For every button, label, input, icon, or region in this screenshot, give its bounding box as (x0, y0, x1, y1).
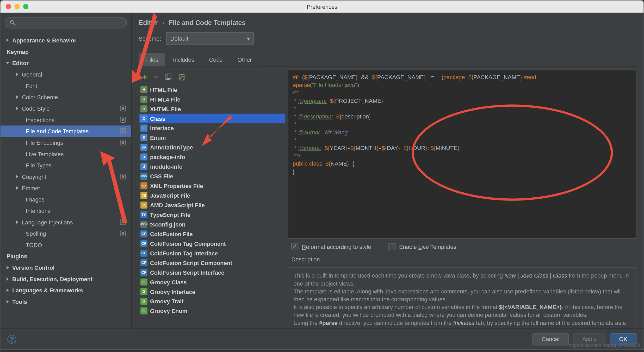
sidebar-item-intentions[interactable]: Intentions (1, 205, 131, 217)
template-javascript-file[interactable]: JSJavaScript File (139, 191, 285, 200)
tab-includes[interactable]: Includes (166, 53, 202, 67)
template-html-file[interactable]: HHTML File (139, 85, 285, 95)
file-type-icon: J (140, 153, 147, 160)
file-type-icon: G (140, 298, 147, 305)
search-icon (10, 20, 16, 26)
sidebar-item-label: Language Injections (22, 219, 73, 225)
svg-rect-3 (122, 107, 124, 110)
sidebar-item-label: Intentions (26, 208, 51, 214)
cancel-button[interactable]: Cancel (532, 333, 568, 345)
sidebar-item-tools[interactable]: Tools (1, 296, 131, 307)
template-class[interactable]: CClass (139, 114, 285, 123)
preferences-window: Preferences Appearance & BehaviorKeymapE… (0, 0, 644, 350)
template-module-info[interactable]: Jmodule-info (139, 162, 285, 171)
search-input[interactable] (18, 20, 122, 26)
template-label: Groovy Class (150, 279, 187, 285)
scheme-select[interactable]: Default ▾ (166, 32, 254, 45)
template-groovy-enum[interactable]: GGroovy Enum (139, 306, 285, 316)
template-label: JavaScript File (150, 192, 190, 199)
template-label: TypeScript File (150, 211, 190, 218)
enable-live-templates-checkbox[interactable]: Enable Live Templates (389, 243, 456, 250)
file-type-icon: H (140, 96, 147, 103)
sidebar-item-images[interactable]: Images (1, 194, 131, 205)
sidebar-item-file-types[interactable]: File Types (1, 160, 131, 171)
template-css-file[interactable]: CSSCSS File (139, 171, 285, 181)
template-editor[interactable]: #if (${PACKAGE_NAME} && ${PACKAGE_NAME} … (288, 70, 636, 239)
template-label: ColdFusion File (150, 231, 193, 237)
template-typescript-file[interactable]: TSTypeScript File (139, 210, 285, 219)
sidebar-item-label: File and Code Templates (26, 128, 89, 134)
sidebar-item-emmet[interactable]: Emmet (1, 182, 131, 194)
template-coldfusion-file[interactable]: CFColdFusion File (139, 229, 285, 239)
sidebar-item-inspections[interactable]: Inspections (1, 114, 131, 125)
search-box[interactable] (5, 17, 127, 28)
template-amd-javascript-file[interactable]: JSAMD JavaScript File (139, 200, 285, 210)
sidebar-item-build-execution-deployment[interactable]: Build, Execution, Deployment (1, 273, 131, 285)
template-interface[interactable]: IInterface (139, 123, 285, 133)
sidebar-item-general[interactable]: General (1, 69, 131, 80)
sidebar-item-editor[interactable]: Editor (1, 57, 131, 69)
sidebar-item-code-style[interactable]: Code Style (1, 103, 131, 114)
template-label: ColdFusion Tag Interface (150, 250, 218, 256)
template-coldfusion-tag-interface[interactable]: CFColdFusion Tag Interface (139, 248, 285, 258)
template-package-info[interactable]: Jpackage-info (139, 152, 285, 162)
template-toolbar: + − (139, 70, 285, 85)
template-annotationtype[interactable]: @AnnotationType (139, 142, 285, 152)
add-template-button[interactable]: + (142, 72, 147, 82)
sidebar-item-appearance-behavior[interactable]: Appearance & Behavior (1, 35, 131, 46)
sidebar-item-spelling[interactable]: Spelling (1, 228, 131, 239)
sidebar-item-label: Emmet (22, 185, 40, 191)
tab-files[interactable]: Files (139, 53, 165, 67)
template-groovy-class[interactable]: GGroovy Class (139, 277, 285, 287)
sidebar-item-language-injections[interactable]: Language Injections (1, 216, 131, 228)
tab-other[interactable]: Other (230, 53, 259, 67)
help-button[interactable]: ? (8, 335, 16, 344)
template-coldfusion-tag-component[interactable]: CFColdFusion Tag Component (139, 239, 285, 248)
template-enum[interactable]: EEnum (139, 133, 285, 143)
breadcrumb: Editor › File and Code Templates (139, 19, 636, 26)
reset-template-button[interactable] (179, 73, 187, 81)
template-coldfusion-script-component[interactable]: CFColdFusion Script Component (139, 258, 285, 268)
window-title: Preferences (1, 3, 644, 10)
sidebar-item-file-and-code-templates[interactable]: File and Code Templates (1, 125, 131, 137)
project-badge-icon (120, 140, 126, 146)
tab-code[interactable]: Code (202, 53, 230, 67)
file-type-icon: I (140, 125, 147, 132)
sidebar-item-copyright[interactable]: Copyright (1, 171, 131, 183)
sidebar-item-font[interactable]: Font (1, 80, 131, 91)
sidebar-item-label: General (22, 71, 42, 78)
project-badge-icon (120, 219, 126, 225)
template-coldfusion-script-interface[interactable]: CFColdFusion Script Interface (139, 268, 285, 277)
copy-template-button[interactable] (165, 73, 172, 81)
expand-arrow-icon (7, 300, 9, 303)
template-tsconfig-json[interactable]: JSONtsconfig.json (139, 219, 285, 229)
file-type-icon: </> (140, 182, 147, 189)
template-groovy-trait[interactable]: GGroovy Trait (139, 297, 285, 306)
sidebar-item-label: Live Templates (26, 151, 64, 157)
sidebar-item-color-scheme[interactable]: Color Scheme (1, 91, 131, 103)
file-type-icon: J (140, 163, 147, 170)
template-xhtml-file[interactable]: HXHTML File (139, 104, 285, 114)
content-panel: Editor › File and Code Templates Scheme:… (132, 13, 643, 328)
svg-rect-13 (122, 221, 124, 223)
sidebar-item-languages-frameworks[interactable]: Languages & Frameworks (1, 285, 131, 296)
sidebar-item-version-control[interactable]: Version Control (1, 262, 131, 273)
template-xml-properties-file[interactable]: </>XML Properties File (139, 181, 285, 191)
sidebar-item-keymap[interactable]: Keymap (1, 46, 131, 57)
reformat-checkbox[interactable]: RReformat according to styleeformat acco… (291, 243, 371, 250)
template-html4-file[interactable]: HHTML4 File (139, 95, 285, 104)
template-label: Interface (150, 125, 174, 131)
sidebar-item-live-templates[interactable]: Live Templates (1, 148, 131, 160)
sidebar-item-todo[interactable]: TODO (1, 239, 131, 251)
template-label: XHTML File (150, 106, 181, 112)
expand-arrow-icon (16, 186, 18, 190)
project-badge-icon (120, 105, 126, 112)
sidebar-item-file-encodings[interactable]: File Encodings (1, 137, 131, 148)
breadcrumb-parent[interactable]: Editor (139, 19, 158, 26)
remove-template-button[interactable]: − (153, 72, 159, 82)
template-groovy-interface[interactable]: GGroovy Interface (139, 287, 285, 297)
file-type-icon: @ (140, 144, 147, 151)
template-label: ColdFusion Script Component (150, 260, 232, 266)
sidebar-item-label: Color Scheme (22, 94, 58, 100)
sidebar-item-plugins[interactable]: Plugins (1, 250, 131, 262)
